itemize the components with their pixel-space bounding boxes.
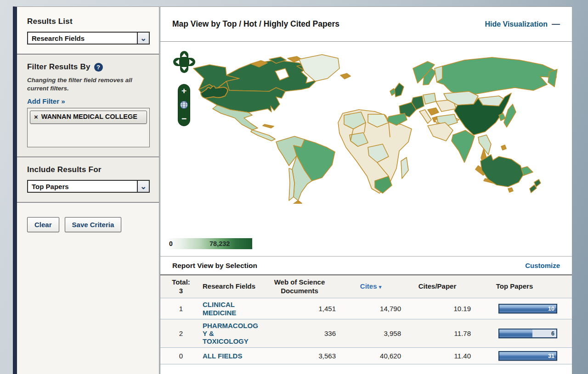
bar-fill bbox=[499, 329, 532, 337]
map-region-patagonia-tip bbox=[294, 201, 302, 204]
map-region-caribbean bbox=[263, 124, 274, 128]
map-pan-control[interactable] bbox=[173, 51, 195, 73]
active-filters-box: × WANNAN MEDICAL COLLEGE bbox=[27, 108, 150, 147]
collapse-icon: — bbox=[552, 19, 560, 29]
top-papers-header[interactable]: Top Papers bbox=[472, 282, 562, 290]
field-link-clinical-medicine[interactable]: CLINICAL MEDICINE bbox=[203, 301, 260, 317]
world-map-visualization[interactable]: + − 0 78,232 bbox=[160, 42, 572, 256]
clear-button[interactable]: Clear bbox=[27, 217, 59, 232]
row-documents: 1,451 bbox=[260, 305, 339, 313]
map-header: Map View by Top / Hot / Highly Cited Pap… bbox=[160, 7, 572, 42]
results-list-dropdown-value: Research Fields bbox=[28, 33, 137, 44]
top-papers-bar: 10 bbox=[498, 304, 557, 313]
cites-header-sorted[interactable]: Cites ▾ bbox=[339, 282, 403, 290]
row-rank: 2 bbox=[170, 329, 192, 337]
chevron-down-icon[interactable]: ⌄ bbox=[137, 33, 149, 44]
panel-bottom-space bbox=[160, 364, 572, 374]
filters-sidebar: Results List Research Fields ⌄ Filter Re… bbox=[13, 6, 159, 374]
row-cites: 14,790 bbox=[339, 305, 403, 313]
actions-section: Clear Save Criteria bbox=[17, 203, 159, 374]
row-documents: 336 bbox=[260, 329, 339, 337]
filter-results-title: Filter Results By bbox=[27, 62, 90, 72]
results-list-section: Results List Research Fields ⌄ bbox=[17, 7, 159, 55]
total-value: 3 bbox=[170, 287, 192, 295]
cites-per-paper-header[interactable]: Cites/Paper bbox=[403, 282, 472, 290]
map-region-kamchatka bbox=[548, 69, 557, 87]
save-criteria-button[interactable]: Save Criteria bbox=[65, 217, 122, 232]
map-region-russia[interactable] bbox=[437, 57, 556, 96]
row-cites: 3,958 bbox=[339, 329, 403, 337]
top-papers-bar: 6 bbox=[498, 329, 557, 338]
results-list-dropdown[interactable]: Research Fields ⌄ bbox=[27, 32, 150, 45]
bar-value: 31 bbox=[548, 353, 554, 359]
bar-value: 10 bbox=[548, 306, 554, 312]
map-region-madagascar[interactable] bbox=[401, 157, 408, 179]
table-row: 0 ALL FIELDS 3,563 40,620 11.40 31 bbox=[160, 348, 572, 364]
hide-visualization-link[interactable]: Hide Visualization — bbox=[485, 19, 560, 29]
add-filter-link[interactable]: Add Filter » bbox=[27, 97, 65, 105]
legend-min-value: 0 bbox=[169, 240, 173, 247]
filter-chip-label: WANNAN MEDICAL COLLEGE bbox=[41, 113, 137, 121]
sort-desc-icon: ▾ bbox=[379, 284, 382, 290]
row-cites-per-paper: 11.78 bbox=[403, 329, 472, 337]
row-cites: 40,620 bbox=[339, 352, 403, 360]
map-region-japan[interactable] bbox=[504, 104, 516, 127]
total-label: Total: bbox=[170, 278, 192, 286]
cursor-hand-icon bbox=[200, 84, 229, 106]
top-papers-bar: 31 bbox=[498, 351, 557, 361]
zoom-out-button[interactable]: − bbox=[181, 114, 187, 123]
main-panel: Map View by Top / Hot / Highly Cited Pap… bbox=[160, 6, 572, 374]
map-region-central-america[interactable] bbox=[251, 130, 275, 141]
table-header-row: Total: 3 Research Fields Web of Science … bbox=[160, 275, 572, 298]
map-region-korea[interactable] bbox=[499, 113, 505, 121]
table-row: 1 CLINICAL MEDICINE 1,451 14,790 10.19 1… bbox=[160, 298, 572, 319]
total-header: Total: 3 bbox=[170, 278, 192, 295]
map-region-tasmania bbox=[508, 188, 513, 192]
filter-results-section: Filter Results By ? Changing the filter … bbox=[17, 55, 159, 157]
map-zoom-control[interactable]: + − bbox=[178, 84, 190, 126]
customize-link[interactable]: Customize bbox=[525, 262, 560, 269]
include-results-section: Include Results For Top Papers ⌄ bbox=[17, 157, 159, 203]
row-cites-per-paper: 11.40 bbox=[403, 352, 472, 360]
row-documents: 3,563 bbox=[260, 352, 339, 360]
globe-icon[interactable] bbox=[180, 100, 188, 109]
chevron-down-icon[interactable]: ⌄ bbox=[137, 181, 149, 192]
table-row: 2 PHARMACOLOGY & TOXICOLOGY 336 3,958 11… bbox=[160, 319, 572, 348]
map-view-title: Map View by Top / Hot / Highly Cited Pap… bbox=[172, 19, 339, 29]
report-view-title: Report View by Selection bbox=[172, 262, 257, 270]
documents-header[interactable]: Web of Science Documents bbox=[260, 278, 339, 295]
report-header: Report View by Selection Customize bbox=[160, 256, 572, 275]
map-legend: 0 78,232 bbox=[167, 238, 252, 249]
map-region-philippines bbox=[501, 145, 506, 150]
map-region-poland[interactable] bbox=[423, 93, 436, 104]
map-region-new-zealand-south[interactable] bbox=[530, 185, 537, 193]
bar-value: 6 bbox=[551, 330, 554, 337]
include-results-dropdown-value: Top Papers bbox=[28, 181, 137, 192]
map-region-balkans[interactable] bbox=[428, 108, 439, 115]
legend-max-value: 78,232 bbox=[209, 240, 230, 247]
map-region-uk[interactable] bbox=[395, 83, 404, 97]
page: { "sidebar": { "results_list": { "title"… bbox=[0, 0, 588, 374]
filter-chip[interactable]: × WANNAN MEDICAL COLLEGE bbox=[30, 111, 147, 124]
map-region-iceland[interactable] bbox=[340, 73, 351, 79]
research-fields-header[interactable]: Research Fields bbox=[192, 282, 260, 290]
include-results-title: Include Results For bbox=[27, 165, 150, 174]
field-link-pharmacology-toxicology[interactable]: PHARMACOLOGY & TOXICOLOGY bbox=[203, 322, 260, 346]
filter-note: Changing the filter field removes all cu… bbox=[27, 76, 150, 93]
world-map-svg[interactable] bbox=[191, 50, 559, 204]
row-rank: 0 bbox=[170, 352, 192, 360]
remove-filter-icon[interactable]: × bbox=[34, 113, 38, 121]
field-link-all-fields[interactable]: ALL FIELDS bbox=[203, 352, 260, 360]
row-rank: 1 bbox=[170, 305, 192, 313]
row-cites-per-paper: 10.19 bbox=[403, 305, 472, 313]
results-list-title: Results List bbox=[27, 17, 150, 26]
hide-visualization-label: Hide Visualization bbox=[485, 20, 548, 28]
help-icon[interactable]: ? bbox=[94, 63, 103, 72]
map-region-india[interactable] bbox=[452, 130, 475, 162]
zoom-in-button[interactable]: + bbox=[181, 86, 187, 95]
include-results-dropdown[interactable]: Top Papers ⌄ bbox=[27, 180, 150, 193]
report-table: Total: 3 Research Fields Web of Science … bbox=[160, 275, 572, 364]
